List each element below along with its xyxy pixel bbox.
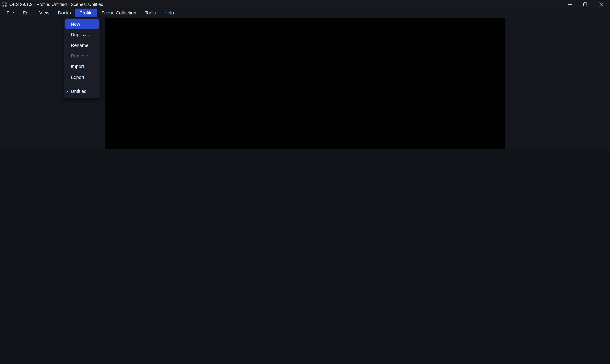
profile-menu-export[interactable]: Export: [64, 72, 100, 83]
menu-file[interactable]: File: [2, 9, 18, 17]
menu-bar: File Edit View Docks Profile Scene Colle…: [0, 9, 610, 17]
profile-menu: New Duplicate Rename Remove Import Expor…: [64, 17, 100, 98]
menu-edit[interactable]: Edit: [18, 9, 35, 17]
minimize-button[interactable]: [567, 1, 572, 7]
obs-window: OBS 29.1.2 - Profile: Untitled - Scenes:…: [0, 0, 610, 149]
checkmark-icon: ✓: [66, 89, 69, 93]
profile-menu-rename[interactable]: Rename: [64, 40, 100, 51]
close-button[interactable]: [598, 1, 604, 7]
profile-menu-untitled[interactable]: ✓ Untitled: [64, 86, 100, 97]
window-title: OBS 29.1.2 - Profile: Untitled - Scenes:…: [9, 2, 103, 7]
menu-scene-collection[interactable]: Scene Collection: [97, 9, 140, 17]
profile-menu-new[interactable]: New: [65, 19, 99, 29]
title-bar: OBS 29.1.2 - Profile: Untitled - Scenes:…: [0, 0, 610, 9]
profile-menu-remove: Remove: [64, 51, 100, 61]
menu-profile[interactable]: Profile: [75, 9, 97, 17]
profile-menu-import[interactable]: Import: [64, 61, 100, 72]
menu-view[interactable]: View: [35, 9, 54, 17]
restore-button[interactable]: [583, 1, 588, 7]
profile-name: Untitled: [71, 89, 87, 94]
window-buttons: [567, 1, 608, 7]
preview-canvas[interactable]: [105, 18, 505, 149]
menu-docks[interactable]: Docks: [54, 9, 75, 17]
menu-separator: [67, 84, 98, 84]
obs-logo-icon: [1, 1, 7, 7]
profile-menu-duplicate[interactable]: Duplicate: [64, 29, 100, 40]
menu-tools[interactable]: Tools: [140, 9, 160, 17]
menu-help[interactable]: Help: [160, 9, 178, 17]
